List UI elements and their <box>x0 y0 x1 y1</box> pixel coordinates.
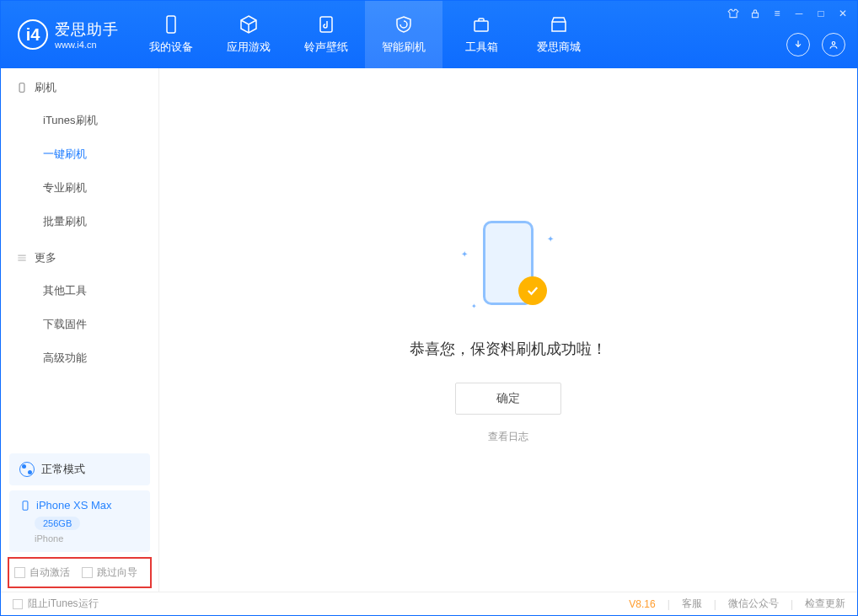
success-message: 恭喜您，保资料刷机成功啦！ <box>410 339 607 359</box>
logo-area: i4 爱思助手 www.i4.cn <box>1 19 132 50</box>
tab-label: 智能刷机 <box>382 40 426 55</box>
lock-icon[interactable] <box>748 6 763 21</box>
sparkle-icon: ✦ <box>471 303 477 310</box>
tshirt-icon[interactable] <box>726 6 741 21</box>
checkbox-label: 跳过向导 <box>97 565 137 580</box>
device-box[interactable]: iPhone XS Max 256GB iPhone <box>9 490 150 552</box>
tab-label: 爱思商城 <box>537 40 581 55</box>
separator: | <box>791 598 793 610</box>
svg-rect-5 <box>19 83 24 93</box>
svg-rect-1 <box>320 17 332 32</box>
music-file-icon <box>316 14 336 35</box>
sidebar-item-pro-flash[interactable]: 专业刷机 <box>1 171 158 205</box>
check-badge-icon <box>518 276 547 305</box>
minimize-button[interactable]: ─ <box>791 6 807 21</box>
view-log-link[interactable]: 查看日志 <box>488 430 528 444</box>
header-tabs: 我的设备 应用游戏 铃声壁纸 智能刷机 工具箱 爱思商城 <box>132 1 598 68</box>
mode-label: 正常模式 <box>41 462 85 477</box>
sidebar-item-itunes-flash[interactable]: iTunes刷机 <box>1 104 158 137</box>
link-check-update[interactable]: 检查更新 <box>805 597 845 611</box>
sidebar-item-advanced[interactable]: 高级功能 <box>1 341 158 375</box>
svg-rect-0 <box>167 16 175 33</box>
highlight-checkbox-row: 自动激活 跳过向导 <box>8 557 152 588</box>
section-title: 刷机 <box>35 80 56 95</box>
sidebar-section-flash: 刷机 <box>1 68 158 104</box>
tab-smart-flash[interactable]: 智能刷机 <box>365 1 442 68</box>
sparkle-icon: ✦ <box>461 249 468 259</box>
toolbox-icon <box>471 14 491 35</box>
link-customer-service[interactable]: 客服 <box>682 597 702 611</box>
svg-point-4 <box>832 42 835 46</box>
device-type: iPhone <box>35 533 140 544</box>
separator: | <box>714 598 716 610</box>
app-title: 爱思助手 <box>55 19 119 40</box>
phone-icon <box>161 14 181 35</box>
sidebar-item-batch-flash[interactable]: 批量刷机 <box>1 205 158 238</box>
tab-my-device[interactable]: 我的设备 <box>132 1 210 68</box>
download-button[interactable] <box>786 33 810 56</box>
mode-icon <box>19 462 35 477</box>
tab-label: 工具箱 <box>465 40 498 55</box>
statusbar: 阻止iTunes运行 V8.16 | 客服 | 微信公众号 | 检查更新 <box>1 592 857 615</box>
sidebar: 刷机 iTunes刷机 一键刷机 专业刷机 批量刷机 更多 其他工具 下载固件 … <box>1 68 159 592</box>
sidebar-item-download-firmware[interactable]: 下载固件 <box>1 308 158 341</box>
sparkle-icon: ✦ <box>547 234 554 244</box>
header-action-circles <box>786 33 845 56</box>
device-name: iPhone XS Max <box>36 499 112 512</box>
statusbar-right: V8.16 | 客服 | 微信公众号 | 检查更新 <box>629 597 845 611</box>
sidebar-section-more: 更多 <box>1 238 158 274</box>
device-name-row: iPhone XS Max <box>19 499 140 512</box>
sidebar-item-oneclick-flash[interactable]: 一键刷机 <box>1 137 158 171</box>
svg-rect-3 <box>753 13 759 17</box>
tab-toolbox[interactable]: 工具箱 <box>442 1 520 68</box>
tab-label: 我的设备 <box>149 40 193 55</box>
store-icon <box>549 14 569 35</box>
close-button[interactable]: ✕ <box>835 6 850 21</box>
sidebar-footer: 正常模式 iPhone XS Max 256GB iPhone 自动激活 <box>1 448 158 592</box>
checkbox-label: 自动激活 <box>29 565 70 580</box>
phone-icon <box>19 500 31 512</box>
main-content: ✦ ✦ ✦ 恭喜您，保资料刷机成功啦！ 确定 查看日志 <box>159 68 857 592</box>
app-window: i4 爱思助手 www.i4.cn 我的设备 应用游戏 铃声壁纸 智能刷机 <box>0 0 858 616</box>
checkbox-icon <box>13 599 23 609</box>
titlebar: i4 爱思助手 www.i4.cn 我的设备 应用游戏 铃声壁纸 智能刷机 <box>1 1 857 68</box>
svg-rect-6 <box>23 501 28 510</box>
checkbox-skip-guide[interactable]: 跳过向导 <box>82 565 137 580</box>
tab-ringtone-wallpaper[interactable]: 铃声壁纸 <box>287 1 365 68</box>
separator: | <box>668 598 670 610</box>
checkbox-auto-activate[interactable]: 自动激活 <box>14 565 70 580</box>
app-url: www.i4.cn <box>55 40 119 50</box>
cube-icon <box>239 14 259 35</box>
list-icon <box>16 252 28 264</box>
link-wechat[interactable]: 微信公众号 <box>728 597 779 611</box>
svg-rect-2 <box>475 21 488 31</box>
ok-button[interactable]: 确定 <box>455 383 561 415</box>
window-controls: ≡ ─ □ ✕ <box>726 6 850 21</box>
body: 刷机 iTunes刷机 一键刷机 专业刷机 批量刷机 更多 其他工具 下载固件 … <box>1 68 857 592</box>
device-storage: 256GB <box>35 517 80 530</box>
menu-icon[interactable]: ≡ <box>770 6 785 21</box>
device-icon <box>16 82 28 94</box>
statusbar-left: 阻止iTunes运行 <box>13 597 99 611</box>
tab-label: 应用游戏 <box>227 40 271 55</box>
mode-box[interactable]: 正常模式 <box>9 453 150 485</box>
user-button[interactable] <box>822 33 845 56</box>
sidebar-item-other-tools[interactable]: 其他工具 <box>1 274 158 308</box>
version-label: V8.16 <box>629 598 655 610</box>
tab-label: 铃声壁纸 <box>304 40 348 55</box>
tab-store[interactable]: 爱思商城 <box>520 1 598 68</box>
success-illustration: ✦ ✦ ✦ <box>458 216 559 317</box>
checkbox-label: 阻止iTunes运行 <box>28 597 99 611</box>
checkbox-block-itunes[interactable]: 阻止iTunes运行 <box>13 597 99 611</box>
refresh-shield-icon <box>394 14 414 35</box>
checkbox-icon <box>82 567 93 578</box>
maximize-button[interactable]: □ <box>813 6 829 21</box>
tab-apps-games[interactable]: 应用游戏 <box>210 1 287 68</box>
section-title: 更多 <box>35 250 56 265</box>
app-logo-icon: i4 <box>18 19 48 50</box>
checkbox-icon <box>14 567 25 578</box>
logo-text: 爱思助手 www.i4.cn <box>55 19 119 50</box>
